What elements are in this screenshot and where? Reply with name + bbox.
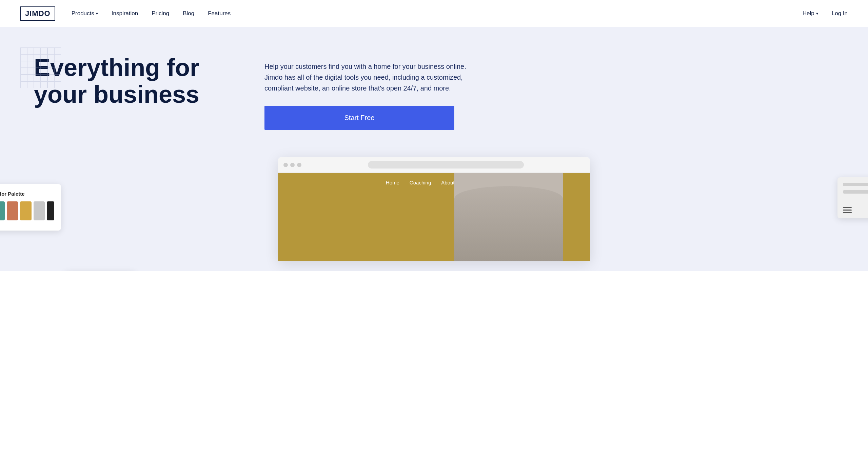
browser-dot-red xyxy=(283,163,288,167)
hero-content: Everything for your business Help your c… xyxy=(34,54,834,130)
swatch-gray xyxy=(34,201,45,220)
color-swatches xyxy=(0,201,54,220)
swatch-gold xyxy=(20,201,32,220)
menu-line-2 xyxy=(843,210,852,211)
menu-line-1 xyxy=(843,207,852,208)
right-card-bar-short xyxy=(843,190,868,194)
browser-content: Home Coaching About Contact xyxy=(278,173,590,261)
hero-description: Help your customers find you with a home… xyxy=(264,61,468,94)
nav-inspiration[interactable]: Inspiration xyxy=(112,10,138,17)
hamburger-menu-icon xyxy=(843,207,868,213)
browser-window: Home Coaching About Contact xyxy=(278,157,590,261)
browser-dot-green xyxy=(297,163,301,167)
browser-dots xyxy=(283,163,301,167)
website-nav-coaching: Coaching xyxy=(410,180,431,185)
start-free-button[interactable]: Start Free xyxy=(264,106,454,130)
chevron-down-icon: ▾ xyxy=(96,11,98,16)
hero-section: Everything for your business Help your c… xyxy=(0,27,868,271)
swatch-black xyxy=(47,201,54,220)
hero-left: Everything for your business xyxy=(34,54,231,108)
navbar-left: JIMDO Products ▾ Inspiration Pricing Blo… xyxy=(20,6,231,21)
hero-title: Everything for your business xyxy=(34,54,231,108)
website-nav-home: Home xyxy=(386,180,399,185)
browser-titlebar xyxy=(278,157,590,173)
logo[interactable]: JIMDO xyxy=(20,6,55,21)
nav-pricing[interactable]: Pricing xyxy=(152,10,169,17)
nav-login[interactable]: Log In xyxy=(832,10,848,17)
color-palette-title: Color Palette xyxy=(0,191,54,197)
chevron-down-icon: ▾ xyxy=(816,11,818,16)
nav-links: Products ▾ Inspiration Pricing Blog Feat… xyxy=(72,10,231,17)
menu-line-3 xyxy=(843,212,852,213)
grid-decoration xyxy=(20,47,61,88)
swatch-orange xyxy=(7,201,18,220)
nav-products[interactable]: Products ▾ xyxy=(72,10,98,17)
website-nav-about: About xyxy=(441,180,454,185)
right-sidebar-card xyxy=(837,177,868,218)
right-card-bar-full xyxy=(843,183,868,186)
nav-blog[interactable]: Blog xyxy=(183,10,194,17)
color-palette-card: Color Palette xyxy=(0,184,61,231)
swatch-teal xyxy=(0,201,5,220)
navbar: JIMDO Products ▾ Inspiration Pricing Blo… xyxy=(0,0,868,27)
browser-address-bar xyxy=(368,161,524,169)
hero-person-image xyxy=(454,173,563,261)
hero-right: Help your customers find you with a home… xyxy=(264,54,468,130)
browser-mockup-container: Color Palette Home C xyxy=(34,157,834,261)
browser-dot-yellow xyxy=(290,163,295,167)
nav-features[interactable]: Features xyxy=(208,10,231,17)
nav-help[interactable]: Help ▾ xyxy=(803,10,818,17)
navbar-right: Help ▾ Log In xyxy=(803,10,848,17)
